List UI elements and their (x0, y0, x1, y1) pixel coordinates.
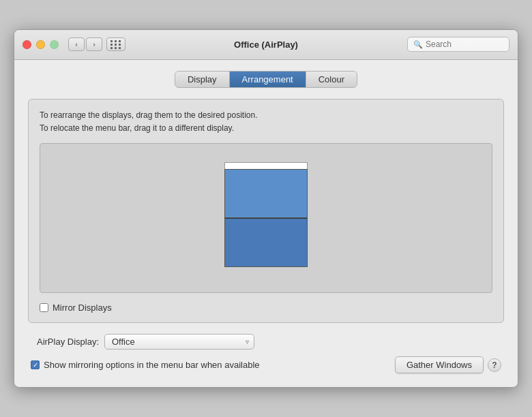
gather-windows-button[interactable]: Gather Windows (395, 356, 484, 373)
arrangement-panel: To rearrange the displays, drag them to … (28, 99, 504, 323)
traffic-lights (23, 40, 59, 49)
grid-icon (110, 40, 121, 49)
titlebar: ‹ › Office (AirPlay) 🔍 (14, 30, 518, 60)
display-primary[interactable] (224, 169, 308, 218)
tabs-container: Display Arrangement Colour (28, 71, 504, 88)
instruction-line2: To relocate the menu bar, drag it to a d… (40, 122, 492, 135)
instruction-line1: To rearrange the displays, drag them to … (40, 109, 492, 122)
menu-bar-strip (224, 162, 308, 169)
content-area: Display Arrangement Colour To rearrange … (14, 60, 518, 387)
window-title: Office (AirPlay) (234, 40, 298, 50)
airplay-select-wrapper: Off Office Living Room ▿ (104, 334, 254, 350)
instruction-text: To rearrange the displays, drag them to … (40, 109, 492, 135)
checkmark-icon: ✓ (33, 362, 38, 369)
show-mirroring-checkbox[interactable]: ✓ (31, 360, 40, 369)
search-box[interactable]: 🔍 (407, 37, 509, 52)
show-mirroring-label: Show mirroring options in the menu bar w… (44, 360, 260, 370)
show-mirroring-row: ✓ Show mirroring options in the menu bar… (31, 356, 501, 373)
monitor-group (224, 169, 308, 267)
airplay-display-label: AirPlay Display: (31, 337, 99, 347)
airplay-display-select[interactable]: Off Office Living Room (104, 334, 254, 350)
mirror-displays-label: Mirror Displays (53, 303, 112, 313)
tabs: Display Arrangement Colour (175, 71, 357, 88)
close-button[interactable] (23, 40, 31, 49)
minimize-button[interactable] (36, 40, 45, 49)
search-icon: 🔍 (413, 40, 423, 49)
show-mirroring-left: ✓ Show mirroring options in the menu bar… (31, 360, 260, 370)
mirror-displays-checkbox[interactable] (40, 303, 48, 312)
bottom-section: AirPlay Display: Off Office Living Room … (28, 334, 504, 373)
help-button[interactable]: ? (488, 358, 501, 372)
back-button[interactable]: ‹ (68, 37, 85, 51)
forward-button[interactable]: › (86, 37, 102, 51)
display-secondary[interactable] (224, 218, 308, 267)
buttons-right: Gather Windows ? (395, 356, 501, 373)
all-prefs-button[interactable] (106, 37, 125, 51)
maximize-button[interactable] (50, 40, 59, 49)
airplay-display-row: AirPlay Display: Off Office Living Room … (31, 334, 501, 350)
system-preferences-window: ‹ › Office (AirPlay) 🔍 Display Arrangeme… (14, 29, 518, 388)
display-arrangement-area[interactable] (40, 143, 492, 293)
tab-arrangement[interactable]: Arrangement (230, 72, 306, 87)
tab-colour[interactable]: Colour (306, 72, 357, 87)
search-input[interactable] (426, 40, 503, 49)
mirror-displays-row: Mirror Displays (40, 303, 492, 313)
tab-display[interactable]: Display (175, 72, 230, 87)
nav-buttons: ‹ › (68, 37, 102, 51)
